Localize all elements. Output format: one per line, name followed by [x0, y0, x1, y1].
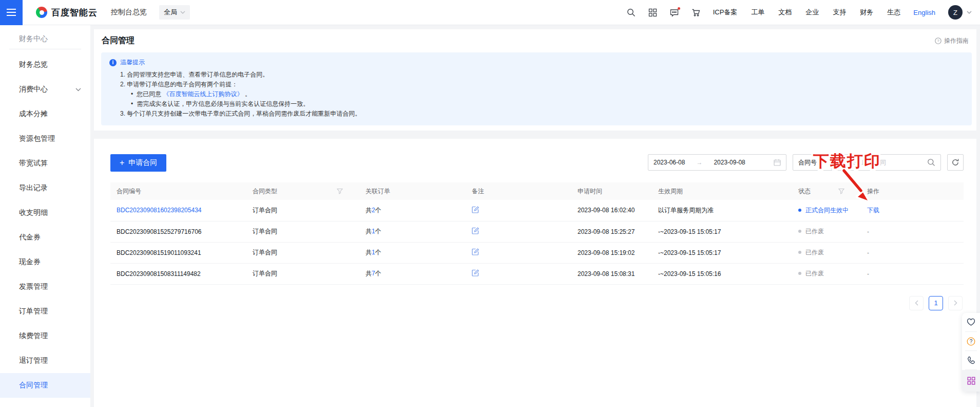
sidebar-item-9[interactable]: 发票管理	[0, 274, 90, 299]
row-action: -	[867, 228, 869, 235]
contract-type: 订单合同	[253, 270, 277, 277]
date-from[interactable]: 2023-06-08	[654, 159, 685, 166]
contract-id-link[interactable]: BDC202309081602398205434	[117, 207, 202, 214]
page-title: 合同管理	[102, 35, 134, 46]
brand-logo[interactable]: 百度智能云	[36, 7, 98, 18]
nav-link-2[interactable]: 文档	[778, 8, 792, 17]
nav-link-6[interactable]: 生态	[887, 8, 900, 17]
edit-note-icon[interactable]	[472, 227, 479, 234]
hamburger-menu-button[interactable]	[0, 0, 23, 25]
effective-period: -~2023-09-15 15:05:16	[658, 270, 721, 278]
sidebar-item-7[interactable]: 代金券	[0, 225, 90, 250]
edit-note-icon[interactable]	[472, 248, 479, 255]
chevron-right-icon	[954, 300, 957, 306]
orders-count[interactable]: 2	[372, 207, 375, 214]
floating-dock: ?	[962, 313, 980, 392]
message-icon[interactable]	[670, 8, 679, 17]
orders-count[interactable]: 7	[372, 270, 375, 277]
status-dot	[798, 209, 801, 212]
row-action: -	[867, 270, 869, 278]
date-to[interactable]: 2023-09-08	[714, 159, 745, 166]
column-header: 关联订单	[359, 182, 466, 200]
effective-period: 以订单服务周期为准	[658, 207, 714, 214]
sidebar-item-12[interactable]: 退订管理	[0, 348, 90, 373]
cart-icon[interactable]	[691, 8, 700, 17]
sidebar-item-label: 导出记录	[19, 183, 81, 193]
chevron-down-icon	[180, 11, 185, 14]
orders-count[interactable]: 1	[372, 228, 375, 235]
search-button[interactable]	[922, 155, 940, 170]
sidebar-item-1[interactable]: 消费中心	[0, 77, 90, 102]
operation-guide-link[interactable]: ? 操作指南	[935, 36, 969, 45]
edit-note-icon[interactable]	[472, 206, 479, 213]
row-action[interactable]: 下载	[867, 207, 879, 214]
refresh-button[interactable]	[947, 154, 964, 171]
sidebar-item-0[interactable]: 财务总览	[0, 52, 90, 77]
sidebar-item-label: 订单管理	[19, 307, 81, 316]
notice-box: i 温馨提示 1. 合同管理支持您申请、查看带订单信息的电子合同。 2. 申请带…	[101, 52, 972, 125]
favorite-icon[interactable]	[962, 313, 980, 331]
sidebar-item-11[interactable]: 续费管理	[0, 324, 90, 348]
sidebar-item-6[interactable]: 收支明细	[0, 200, 90, 225]
info-icon: i	[109, 59, 117, 66]
help-icon[interactable]: ?	[962, 332, 980, 350]
edit-note-icon[interactable]	[472, 269, 479, 276]
sidebar-item-8[interactable]: 现金券	[0, 250, 90, 274]
brand-name: 百度智能云	[51, 7, 98, 18]
orders-suffix: 个	[375, 228, 381, 235]
notice-line-1: 1. 合同管理支持您申请、查看带订单信息的电子合同。	[109, 70, 964, 80]
prev-page-button[interactable]	[909, 296, 924, 310]
chevron-down-icon[interactable]	[967, 11, 972, 14]
status-badge: 已作废	[805, 270, 824, 277]
chevron-left-icon	[915, 300, 918, 306]
region-label: 全局	[164, 8, 177, 17]
refresh-icon	[951, 158, 959, 166]
console-overview-link[interactable]: 控制台总览	[111, 8, 147, 17]
avatar[interactable]: Z	[948, 5, 963, 20]
notice-bullet-2: •需完成实名认证，甲方信息必须与当前实名认证信息保持一致。	[109, 99, 964, 109]
sidebar-item-2[interactable]: 成本分摊	[0, 102, 90, 126]
contract-id-link: BDC202309081525279716706	[117, 228, 202, 235]
sidebar-item-3[interactable]: 资源包管理	[0, 126, 90, 151]
sidebar-item-label: 消费中心	[19, 85, 75, 94]
orders-suffix: 个	[375, 249, 381, 256]
notice-title-row: i 温馨提示	[109, 58, 964, 67]
apply-time: 2023-09-08 15:08:31	[578, 270, 635, 278]
table-row: BDC202309081525279716706 订单合同 共1个 2023-0…	[110, 221, 964, 242]
sidebar-item-label: 代金券	[19, 233, 81, 242]
current-page-button[interactable]: 1	[929, 296, 943, 310]
sidebar-item-10[interactable]: 订单管理	[0, 299, 90, 324]
mini-apps-icon[interactable]	[962, 370, 980, 392]
contract-id-link: BDC202309081519011093241	[117, 249, 201, 256]
orders-count[interactable]: 1	[372, 249, 375, 256]
sidebar-item-5[interactable]: 导出记录	[0, 176, 90, 200]
contract-type: 订单合同	[253, 228, 277, 235]
next-page-button[interactable]	[948, 296, 963, 310]
sidebar-section-title: 财务中心	[0, 31, 90, 47]
annotation-arrow	[832, 166, 878, 205]
orders-prefix: 共	[366, 249, 372, 256]
apply-time: 2023-09-08 15:25:27	[578, 228, 635, 235]
sidebar-item-13[interactable]: 合同管理	[0, 373, 90, 398]
nav-link-4[interactable]: 支持	[833, 8, 846, 17]
nav-link-3[interactable]: 企业	[805, 8, 819, 17]
agreement-link[interactable]: 《百度智能云线上订购协议》	[163, 90, 243, 98]
notice-title: 温馨提示	[120, 58, 145, 67]
filter-icon[interactable]	[337, 188, 343, 196]
search-icon	[927, 158, 935, 166]
nav-link-0[interactable]: ICP备案	[713, 8, 738, 17]
sidebar-item-4[interactable]: 带宽试算	[0, 151, 90, 176]
language-switch-link[interactable]: English	[913, 9, 935, 16]
contact-icon[interactable]	[962, 351, 980, 369]
date-range-picker[interactable]: 2023-06-08 → 2023-09-08	[648, 154, 786, 171]
column-header: 合同类型	[246, 182, 359, 200]
apply-contract-button[interactable]: + 申请合同	[110, 154, 166, 172]
apps-grid-icon[interactable]	[648, 8, 657, 17]
nav-link-1[interactable]: 工单	[751, 8, 764, 17]
region-selector[interactable]: 全局	[159, 5, 190, 20]
status-dot	[798, 251, 801, 254]
search-icon[interactable]	[627, 8, 636, 17]
nav-link-5[interactable]: 财务	[860, 8, 873, 17]
title-row: 合同管理 ? 操作指南	[94, 29, 976, 51]
contract-id-link: BDC202309081508311149482	[117, 270, 201, 278]
